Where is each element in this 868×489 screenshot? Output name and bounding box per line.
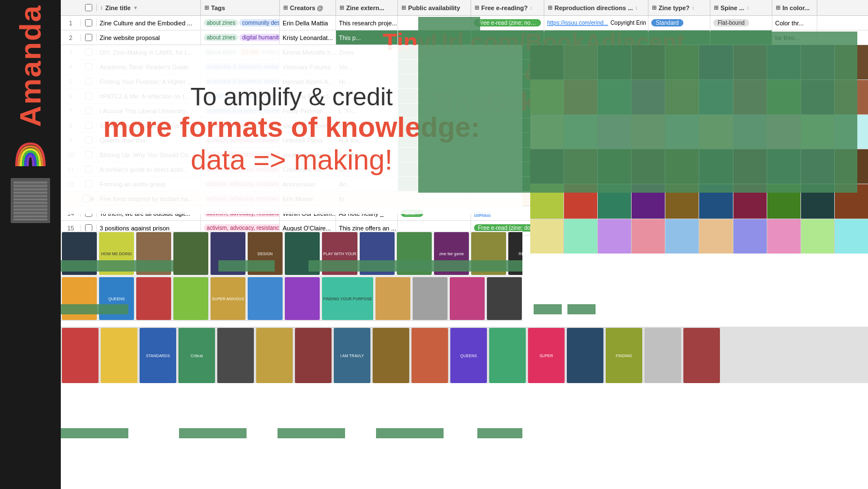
select-all-checkbox[interactable] (85, 4, 92, 11)
col-free-ereading-label: Free e-reading? (481, 5, 528, 11)
green-overlay-3 (418, 46, 857, 61)
green-overlay-7 (418, 105, 857, 119)
spreadsheet-header: ↕ Zine title ▼ ⊞ Tags ⊞ Creators @ ⊞ Zin… (61, 0, 868, 16)
green-bar-bot-1 (61, 428, 128, 438)
gallery-item (801, 219, 834, 254)
col-header-tags[interactable]: ⊞ Tags (201, 0, 280, 15)
green-bar-bot-4 (376, 428, 444, 438)
zine-thumb[interactable] (62, 328, 99, 383)
row-number: 15 (61, 225, 81, 232)
spine-col-icon: ⊞ (714, 5, 718, 11)
public-col-icon: ⊞ (401, 5, 406, 11)
col-header-zine-type[interactable]: ⊞ Zine type? ↕ (648, 0, 710, 15)
cell-tags: about zines digital humanities hist (201, 30, 280, 45)
gallery-item (699, 219, 732, 254)
green-bar-mid-2 (534, 304, 562, 314)
zine-type-sort-icon: ↕ (692, 5, 695, 11)
col-zine-ext-label: Zine extern... (346, 5, 384, 11)
zine-thumb[interactable] (101, 328, 137, 383)
gallery-item (564, 219, 597, 254)
col-header-repro[interactable]: ⊞ Reproduction directions ... ↕ (544, 0, 648, 15)
green-overlay-2 (418, 32, 857, 46)
zine-thumb[interactable] (645, 328, 681, 383)
col-header-creators[interactable]: ⊞ Creators @ (280, 0, 336, 15)
zine-thumb[interactable]: FINDING (606, 328, 642, 383)
zine-thumb[interactable]: I AM TRAVLY (334, 328, 370, 383)
row-checkbox[interactable] (81, 34, 97, 41)
zine-thumb[interactable] (295, 328, 332, 383)
tags-col-icon: ⊞ (204, 5, 209, 11)
col-header-public[interactable]: ⊞ Public availability (398, 0, 471, 15)
col-header-title[interactable]: ↕ Zine title ▼ (97, 0, 201, 15)
cell-creator: Erin Della Mattia (280, 16, 336, 30)
col-header-zine-ext[interactable]: ⊞ Zine extern... (336, 0, 398, 15)
free-ereading-col-icon: ⊞ (475, 5, 479, 11)
green-overlay-6 (418, 90, 857, 105)
col-header-in-color[interactable]: ⊞ In color... (772, 0, 817, 15)
zine-thumb[interactable] (411, 328, 448, 383)
main-content: ↕ Zine title ▼ ⊞ Tags ⊞ Creators @ ⊞ Zin… (61, 0, 868, 489)
green-overlay-8 (418, 119, 857, 134)
zine-thumb[interactable] (450, 277, 485, 320)
cell-zine-title: Zine Culture and the Embodied ... (97, 16, 201, 30)
zine-thumb[interactable] (489, 328, 526, 383)
cell-creator: Kristy Leonardat... (280, 30, 336, 45)
row-checkbox[interactable] (81, 19, 97, 26)
col-header-spine[interactable]: ⊞ Spine ... ↕ (710, 0, 772, 15)
zine-thumb[interactable] (683, 328, 720, 383)
zine-thumb[interactable]: FINDING YOUR PURPOSE (322, 277, 373, 320)
zine-thumb[interactable] (375, 277, 410, 320)
col-creators-label: Creators @ (290, 5, 323, 11)
zine-thumb[interactable]: SUPER ANXIOUS (211, 277, 245, 320)
zine-thumb[interactable]: STANDARDS (140, 328, 176, 383)
col-spine-label: Spine ... (721, 5, 744, 11)
title-col-icon: ↕ (100, 5, 103, 11)
zine-thumb[interactable] (136, 277, 171, 320)
sidebar: Amanda (0, 0, 61, 489)
sidebar-zine-thumbnail (11, 178, 50, 223)
col-title-label: Zine title (105, 5, 131, 11)
tag-pill: digital humanities (239, 34, 280, 41)
green-bar-bottom-1 (61, 260, 173, 272)
zine-thumb[interactable]: QUEENS (450, 328, 487, 383)
zine-thumb[interactable] (173, 277, 208, 320)
tag-pill: about zines (204, 19, 238, 26)
creators-col-icon: ⊞ (283, 5, 288, 11)
gallery-item (733, 219, 767, 254)
zine-thumb[interactable] (248, 277, 283, 320)
col-tags-label: Tags (211, 5, 225, 11)
zine-thumb[interactable] (256, 328, 293, 383)
col-header-free-ereading[interactable]: ⊞ Free e-reading? ↕ (471, 0, 544, 15)
zine-thumb[interactable] (567, 328, 603, 383)
spine-sort-icon: ↕ (746, 5, 749, 11)
green-overlay-1 (418, 17, 480, 32)
zine-thumb[interactable] (173, 232, 208, 275)
col-repro-label: Reproduction directions ... (554, 5, 633, 11)
gallery-item (632, 219, 665, 254)
col-in-color-label: In color... (782, 5, 809, 11)
zine-thumb[interactable] (413, 277, 448, 320)
green-bar-mid-3 (567, 304, 596, 314)
repro-link[interactable]: https://issuu.com/erind... (547, 20, 608, 26)
rainbow-icon (14, 138, 47, 169)
cell-in-color: Color thr... (772, 16, 817, 30)
checkbox-header[interactable] (81, 4, 97, 11)
in-color-col-icon: ⊞ (776, 5, 780, 11)
zine-type-col-icon: ⊞ (652, 5, 656, 11)
zine-thumb[interactable] (285, 277, 320, 320)
repro-sort-icon: ↕ (635, 5, 638, 11)
green-overlay-10 (418, 149, 857, 163)
zine-thumb[interactable] (487, 277, 522, 320)
zine-thumb[interactable] (217, 328, 254, 383)
row-number: 2 (61, 34, 81, 41)
zine-thumb[interactable]: SUPER (528, 328, 565, 383)
zine-thumb[interactable]: Critical (178, 328, 215, 383)
green-overlay-5 (418, 75, 857, 90)
free-ereading-badge: Free e-read (zine; not ... (474, 19, 541, 26)
gallery-item (530, 219, 563, 254)
cell-zine-title: Zine website proposal (97, 30, 201, 45)
thumb-strip-mid: QUEENS SUPER ANXIOUS FINDING YOUR PURPOS… (61, 276, 522, 321)
gallery-item (598, 219, 631, 254)
green-overlay-9 (418, 134, 857, 149)
cta-line1: To amplify & credit (190, 83, 392, 111)
